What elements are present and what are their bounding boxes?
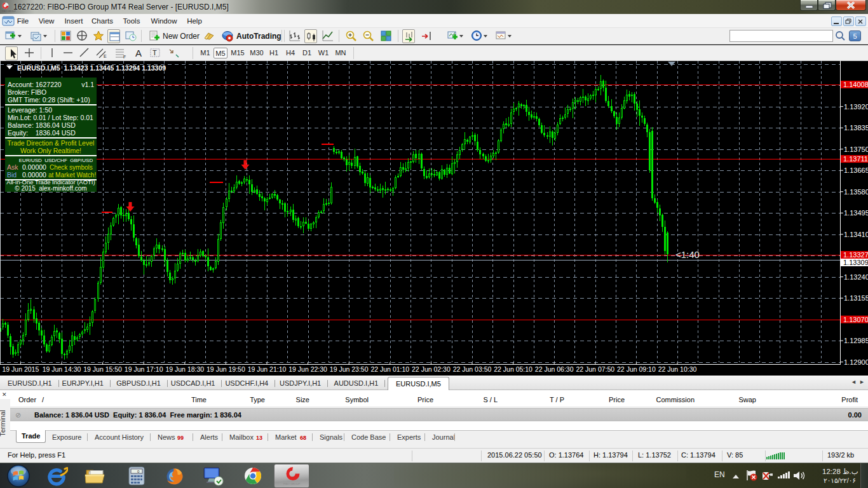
- svg-text:<1:40: <1:40: [675, 249, 700, 260]
- svg-text:Broker: FIBO: Broker: FIBO: [8, 88, 46, 96]
- svg-text:19 Jun 22:30: 19 Jun 22:30: [288, 365, 327, 373]
- svg-text:1.14008: 1.14008: [843, 81, 868, 88]
- svg-text:1.12985: 1.12985: [844, 337, 868, 344]
- svg-text:Account: 1627220: Account: 1627220: [8, 81, 62, 88]
- svg-text:Equity: 1836.04 USD: Equity: 1836.04 USD: [8, 129, 76, 137]
- svg-text:22 Jun 09:10: 22 Jun 09:10: [617, 365, 656, 373]
- svg-text:22 Jun 05:10: 22 Jun 05:10: [494, 365, 532, 373]
- svg-text:22 Jun 06:30: 22 Jun 06:30: [535, 365, 574, 373]
- svg-text:1.13835: 1.13835: [844, 124, 868, 132]
- svg-text:1.13410: 1.13410: [844, 231, 868, 238]
- svg-text:22 Jun 07:50: 22 Jun 07:50: [576, 365, 614, 373]
- svg-text:GMT Time: 0:28 (Shift: +10): GMT Time: 0:28 (Shift: +10): [8, 96, 90, 104]
- svg-text:19 Jun 21:10: 19 Jun 21:10: [248, 365, 287, 373]
- svg-text:E: E: [104, 54, 107, 58]
- svg-text:19 Jun 2015: 19 Jun 2015: [2, 365, 39, 373]
- svg-text:1.13580: 1.13580: [844, 188, 868, 196]
- svg-text:v1.1: v1.1: [81, 81, 94, 88]
- svg-text:FIBO GROUP: FIBO GROUP: [283, 482, 300, 485]
- svg-text:1.13495: 1.13495: [844, 209, 868, 217]
- svg-text:19 Jun 17:10: 19 Jun 17:10: [125, 365, 163, 373]
- svg-text:22 Jun 10:30: 22 Jun 10:30: [658, 365, 697, 373]
- svg-text:Work Only Realtime!: Work Only Realtime!: [20, 147, 81, 154]
- svg-text:Terminal: Terminal: [0, 410, 6, 437]
- svg-text:Leverage: 1:50: Leverage: 1:50: [8, 106, 52, 114]
- svg-text:22 Jun 02:30: 22 Jun 02:30: [412, 365, 451, 373]
- svg-text:Bid: Bid: [7, 171, 17, 179]
- svg-text:at Market Watch!: at Market Watch!: [48, 172, 96, 179]
- svg-text:1.13750: 1.13750: [844, 146, 868, 153]
- svg-text:19 Jun 23:50: 19 Jun 23:50: [330, 365, 369, 373]
- svg-text:19 Jun 14:30: 19 Jun 14:30: [43, 365, 81, 373]
- svg-text:1.13070: 1.13070: [843, 316, 868, 323]
- svg-text:Check symbols: Check symbols: [50, 164, 93, 171]
- svg-text:1.13240: 1.13240: [844, 273, 868, 281]
- svg-text:1.13155: 1.13155: [844, 294, 868, 302]
- svg-text:22 Jun 01:10: 22 Jun 01:10: [370, 365, 409, 373]
- svg-text:F: F: [123, 55, 126, 59]
- svg-text:EURUSD.I,M5 1.13423 1.13445 1: EURUSD.I,M5 1.13423 1.13445 1.13294 1.13…: [17, 64, 166, 72]
- svg-text:Min.Lot: 0.01 / Lot Step: 0.01: Min.Lot: 0.01 / Lot Step: 0.01: [8, 114, 93, 121]
- svg-text:0.00000: 0.00000: [22, 171, 46, 179]
- svg-text:Ask: Ask: [7, 163, 18, 171]
- svg-text:1.12900: 1.12900: [844, 358, 868, 366]
- svg-text:Trade Direction & Profit Level: Trade Direction & Profit Level: [8, 139, 95, 147]
- svg-text:19 Jun 19:50: 19 Jun 19:50: [207, 365, 245, 373]
- svg-text:EUR/USD USD/CHF GBP/USD: EUR/USD USD/CHF GBP/USD: [19, 158, 93, 163]
- svg-text:1.13665: 1.13665: [844, 166, 868, 174]
- svg-text:1.13309: 1.13309: [843, 259, 868, 266]
- svg-text:19 Jun 18:30: 19 Jun 18:30: [165, 365, 204, 373]
- svg-text:© 2015 alex-minkoff.com: © 2015 alex-minkoff.com: [15, 185, 86, 192]
- svg-text:0.00000: 0.00000: [22, 163, 46, 171]
- svg-text:1.13327: 1.13327: [843, 251, 868, 259]
- svg-text:1.13920: 1.13920: [844, 103, 868, 111]
- svg-text:Balance: 1836.04 USD: Balance: 1836.04 USD: [8, 121, 76, 129]
- svg-text:19 Jun 15:50: 19 Jun 15:50: [83, 365, 122, 373]
- svg-text:1.13711: 1.13711: [843, 155, 868, 163]
- svg-text:22 Jun 03:50: 22 Jun 03:50: [453, 365, 492, 373]
- svg-text:A: A: [135, 48, 142, 58]
- svg-text:T: T: [153, 49, 157, 57]
